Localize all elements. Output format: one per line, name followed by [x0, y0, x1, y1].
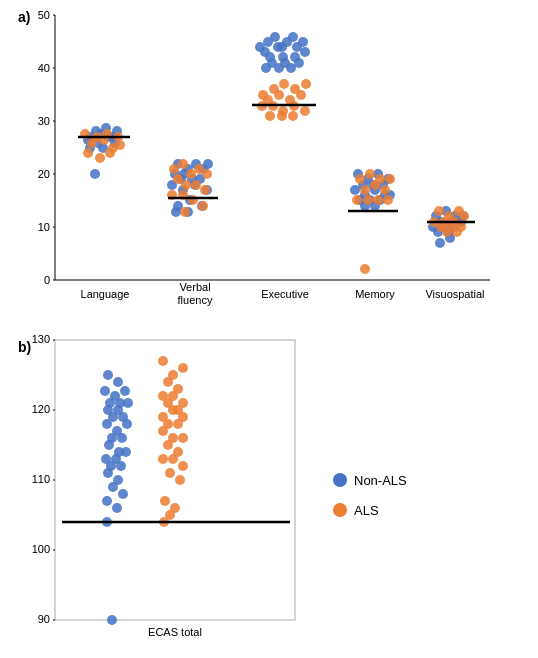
- svg-text:40: 40: [38, 62, 50, 74]
- svg-point-136: [363, 195, 373, 205]
- svg-text:110: 110: [32, 473, 50, 485]
- svg-point-66: [200, 185, 210, 195]
- svg-point-206: [118, 489, 128, 499]
- chart-a-label: a): [18, 9, 30, 25]
- svg-point-231: [158, 454, 168, 464]
- svg-point-180: [113, 377, 123, 387]
- svg-text:130: 130: [32, 333, 50, 345]
- svg-point-129: [365, 169, 375, 179]
- svg-text:90: 90: [38, 613, 50, 625]
- svg-point-137: [373, 195, 383, 205]
- svg-point-179: [103, 370, 113, 380]
- svg-point-59: [178, 159, 188, 169]
- svg-point-58: [169, 164, 179, 174]
- legend-orange-dot: [333, 503, 347, 517]
- svg-point-228: [178, 433, 188, 443]
- svg-point-234: [165, 468, 175, 478]
- svg-point-99: [274, 90, 284, 100]
- svg-point-26: [90, 169, 100, 179]
- svg-point-202: [116, 461, 126, 471]
- page: a) 0 10 20 30 40 50 Language Verbal flue…: [0, 0, 538, 658]
- svg-point-97: [301, 79, 311, 89]
- svg-point-222: [168, 405, 178, 415]
- legend-non-als-label: Non-ALS: [354, 473, 407, 488]
- svg-point-37: [115, 140, 125, 150]
- svg-point-161: [459, 211, 469, 221]
- svg-text:0: 0: [44, 274, 50, 286]
- svg-text:100: 100: [32, 543, 50, 555]
- svg-point-236: [160, 496, 170, 506]
- svg-point-64: [181, 180, 191, 190]
- svg-point-85: [288, 32, 298, 42]
- svg-point-211: [158, 356, 168, 366]
- svg-point-84: [255, 42, 265, 52]
- svg-point-82: [300, 47, 310, 57]
- svg-point-90: [274, 63, 284, 73]
- svg-point-56: [171, 207, 181, 217]
- svg-point-155: [434, 206, 444, 216]
- svg-text:10: 10: [38, 221, 50, 233]
- svg-point-131: [385, 174, 395, 184]
- x-label-verbal: Verbal: [179, 281, 210, 293]
- svg-point-183: [120, 386, 130, 396]
- x-label-language: Language: [81, 288, 130, 300]
- svg-point-35: [95, 153, 105, 163]
- svg-point-118: [350, 185, 360, 195]
- svg-point-107: [265, 111, 275, 121]
- svg-point-200: [121, 447, 131, 457]
- legend-blue-dot: [333, 473, 347, 487]
- x-label-fluency: fluency: [178, 294, 213, 306]
- svg-point-135: [352, 195, 362, 205]
- svg-point-31: [87, 138, 97, 148]
- svg-point-63: [173, 174, 183, 184]
- svg-point-232: [168, 454, 178, 464]
- svg-point-101: [296, 90, 306, 100]
- svg-point-166: [452, 227, 462, 237]
- svg-point-109: [288, 111, 298, 121]
- svg-point-229: [163, 440, 173, 450]
- svg-point-134: [380, 185, 390, 195]
- x-label-visuospatial: Visuospatial: [425, 288, 484, 300]
- svg-point-193: [122, 419, 132, 429]
- svg-point-209: [107, 615, 117, 625]
- svg-point-69: [188, 195, 198, 205]
- svg-text:120: 120: [32, 403, 50, 415]
- chart-b-x-label: ECAS total: [148, 626, 202, 638]
- svg-point-153: [435, 238, 445, 248]
- svg-point-226: [158, 426, 168, 436]
- svg-point-196: [104, 440, 114, 450]
- svg-point-133: [370, 180, 380, 190]
- svg-point-65: [191, 180, 201, 190]
- legend-als-label: ALS: [354, 503, 379, 518]
- svg-point-91: [286, 63, 296, 73]
- svg-point-83: [277, 42, 287, 52]
- svg-text:50: 50: [38, 9, 50, 21]
- svg-point-76: [270, 32, 280, 42]
- svg-point-195: [117, 433, 127, 443]
- svg-point-62: [202, 169, 212, 179]
- svg-point-233: [178, 461, 188, 471]
- svg-text:20: 20: [38, 168, 50, 180]
- chart-b-label: b): [18, 339, 31, 355]
- svg-point-138: [383, 195, 393, 205]
- svg-point-92: [298, 37, 308, 47]
- svg-point-132: [360, 185, 370, 195]
- svg-point-106: [300, 106, 310, 116]
- svg-point-208: [112, 503, 122, 513]
- svg-point-181: [100, 386, 110, 396]
- x-label-memory: Memory: [355, 288, 395, 300]
- main-svg: a) 0 10 20 30 40 50 Language Verbal flue…: [0, 0, 538, 658]
- svg-point-36: [105, 148, 115, 158]
- svg-point-89: [261, 63, 271, 73]
- svg-point-207: [102, 496, 112, 506]
- svg-text:30: 30: [38, 115, 50, 127]
- svg-point-165: [442, 227, 452, 237]
- svg-point-191: [102, 419, 112, 429]
- svg-point-188: [123, 398, 133, 408]
- svg-point-139: [360, 264, 370, 274]
- svg-point-45: [203, 159, 213, 169]
- svg-point-95: [279, 79, 289, 89]
- svg-point-34: [83, 148, 93, 158]
- svg-point-71: [180, 207, 190, 217]
- svg-point-214: [163, 377, 173, 387]
